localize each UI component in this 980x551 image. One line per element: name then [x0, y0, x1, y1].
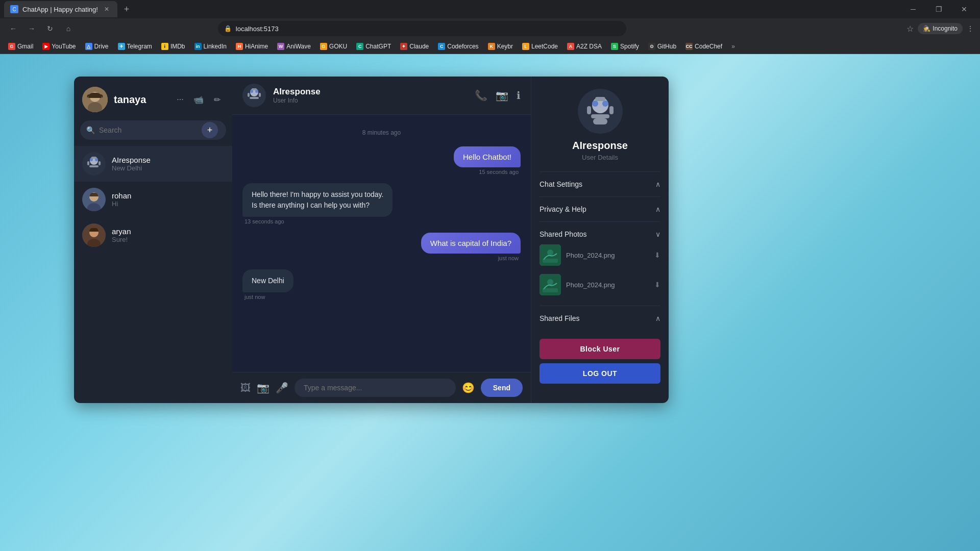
- forward-button[interactable]: →: [24, 21, 39, 36]
- drive-favicon: △: [85, 43, 92, 50]
- sidebar: tanaya ··· 📹 ✏ 🔍 +: [74, 77, 232, 403]
- active-tab[interactable]: C ChatApp | Happy chating! ✕: [4, 1, 117, 17]
- camera-button[interactable]: 📷: [257, 382, 270, 394]
- chat-settings-header[interactable]: Chat Settings ∧: [540, 178, 660, 190]
- close-button[interactable]: ✕: [952, 0, 976, 18]
- chat-header-status: User Info: [273, 97, 468, 104]
- new-tab-button[interactable]: +: [119, 2, 134, 16]
- bookmark-github[interactable]: ⊙ GitHub: [644, 42, 680, 51]
- bookmark-drive[interactable]: △ Drive: [81, 42, 113, 51]
- keybr-favicon: K: [488, 43, 495, 50]
- shared-photos-header[interactable]: Shared Photos ∨: [540, 228, 660, 240]
- video-call-chat-button[interactable]: 📷: [496, 89, 508, 102]
- emoji-button[interactable]: 😊: [462, 382, 475, 394]
- sidebar-header: tanaya ··· 📹 ✏: [74, 77, 232, 120]
- extensions-button[interactable]: ⋮: [967, 24, 974, 33]
- block-user-button[interactable]: Block User: [540, 339, 660, 359]
- photo-download-2[interactable]: ⬇: [654, 281, 660, 289]
- microphone-button[interactable]: 🎤: [276, 382, 288, 394]
- bookmark-spotify[interactable]: S Spotify: [607, 42, 643, 51]
- contact-item-airesponse[interactable]: AIresponse New Delhi: [74, 146, 232, 182]
- info-button[interactable]: ℹ: [517, 89, 521, 102]
- image-attach-button[interactable]: 🖼: [240, 382, 251, 394]
- logout-button[interactable]: LOG OUT: [540, 363, 660, 384]
- bookmark-telegram[interactable]: ✈ Telegram: [114, 42, 156, 51]
- svg-rect-27: [591, 114, 609, 118]
- search-input[interactable]: [99, 126, 198, 134]
- svg-rect-32: [609, 106, 614, 114]
- svg-rect-23: [248, 93, 250, 97]
- photo-name-2: Photo_2024.png: [566, 281, 649, 289]
- claude-favicon: ✦: [400, 43, 407, 50]
- video-call-button[interactable]: 📹: [191, 92, 206, 107]
- svg-point-35: [547, 249, 553, 256]
- contact-item-aryan[interactable]: aryan Sure!: [74, 217, 232, 253]
- more-bookmarks-button[interactable]: »: [727, 42, 739, 51]
- aniwave-favicon: W: [277, 43, 284, 50]
- shared-photo-1: Photo_2024.png ⬇: [540, 240, 660, 270]
- message-time-13sec: 13 seconds ago: [242, 218, 393, 224]
- contact-avatar-rohan: [82, 188, 106, 211]
- telegram-favicon: ✈: [118, 43, 125, 50]
- message-outgoing-capital: What is capital of India? just now: [242, 233, 521, 261]
- tab-title: ChatApp | Happy chating!: [22, 6, 98, 13]
- right-panel-name: AIresponse: [572, 140, 628, 152]
- bookmark-gmail[interactable]: G Gmail: [4, 42, 37, 51]
- svg-rect-39: [543, 288, 558, 292]
- voice-call-button[interactable]: 📞: [475, 89, 487, 102]
- more-options-button[interactable]: ···: [173, 92, 187, 107]
- maximize-button[interactable]: ❐: [927, 0, 950, 18]
- right-panel: AIresponse User Details Chat Settings ∧ …: [531, 77, 669, 403]
- photo-thumb-1: [540, 244, 561, 266]
- back-button[interactable]: ←: [6, 21, 20, 36]
- gmail-favicon: G: [8, 43, 15, 50]
- photo-download-1[interactable]: ⬇: [654, 251, 660, 259]
- message-time-justnow2: just now: [242, 294, 293, 300]
- bookmark-claude[interactable]: ✦ Claude: [396, 42, 433, 51]
- tab-close-button[interactable]: ✕: [102, 5, 111, 14]
- bookmark-linkedin[interactable]: in LinkedIn: [190, 42, 231, 51]
- bookmark-chatgpt[interactable]: C ChatGPT: [352, 42, 395, 51]
- search-bar[interactable]: 🔍 +: [80, 120, 226, 140]
- svg-point-29: [602, 101, 608, 107]
- bookmark-keybr[interactable]: K Keybr: [484, 42, 517, 51]
- contact-avatar-airesponse: [82, 152, 106, 176]
- bookmark-leetcode[interactable]: L LeetCode: [518, 42, 562, 51]
- bookmark-star-button[interactable]: ☆: [906, 24, 914, 34]
- bookmark-hianime[interactable]: H HiAnime: [232, 42, 272, 51]
- new-message-button[interactable]: ✏: [210, 92, 224, 107]
- shared-photo-2: Photo_2024.png ⬇: [540, 270, 660, 299]
- contact-info-rohan: rohan Hi: [112, 191, 224, 208]
- shared-files-header[interactable]: Shared Files ∧: [540, 312, 660, 324]
- minimize-button[interactable]: ─: [901, 0, 925, 18]
- send-button[interactable]: Send: [481, 379, 523, 397]
- chat-settings-section: Chat Settings ∧: [540, 171, 660, 196]
- bookmark-imdb[interactable]: i IMDb: [157, 42, 189, 51]
- new-chat-button[interactable]: +: [202, 122, 218, 138]
- bookmark-aniwave[interactable]: W AniWave: [273, 42, 315, 51]
- spotify-favicon: S: [611, 43, 618, 50]
- shared-photos-section: Shared Photos ∨ Photo_2024.png ⬇: [540, 221, 660, 306]
- youtube-favicon: ▶: [42, 43, 50, 50]
- svg-rect-8: [91, 157, 96, 159]
- privacy-help-header[interactable]: Privacy & Help ∧: [540, 203, 660, 215]
- contact-name-rohan: rohan: [112, 191, 224, 200]
- svg-rect-19: [250, 97, 259, 99]
- privacy-help-chevron: ∧: [655, 205, 660, 213]
- address-bar[interactable]: 🔒 localhost:5173: [218, 21, 626, 36]
- bookmark-youtube[interactable]: ▶ YouTube: [38, 42, 80, 51]
- message-input[interactable]: [295, 379, 456, 397]
- home-button[interactable]: ⌂: [61, 21, 76, 36]
- bookmark-codeforces[interactable]: C Codeforces: [434, 42, 482, 51]
- message-bubble-greeting: Hello there! I'm happy to assist you tod…: [242, 183, 393, 217]
- reload-button[interactable]: ↻: [43, 21, 57, 36]
- bookmark-codechef[interactable]: CC CodeChef: [681, 42, 726, 51]
- contact-item-rohan[interactable]: rohan Hi: [74, 182, 232, 217]
- svg-rect-24: [259, 93, 261, 97]
- bookmark-a2z[interactable]: A A2Z DSA: [563, 42, 606, 51]
- chat-settings-title: Chat Settings: [540, 180, 582, 188]
- bookmark-goku[interactable]: G GOKU: [316, 42, 351, 51]
- photo-name-1: Photo_2024.png: [566, 252, 649, 259]
- nav-bar: ← → ↻ ⌂ 🔒 localhost:5173 ☆ 🕵 Incognito ⋮: [0, 18, 980, 39]
- shared-files-title: Shared Files: [540, 314, 580, 322]
